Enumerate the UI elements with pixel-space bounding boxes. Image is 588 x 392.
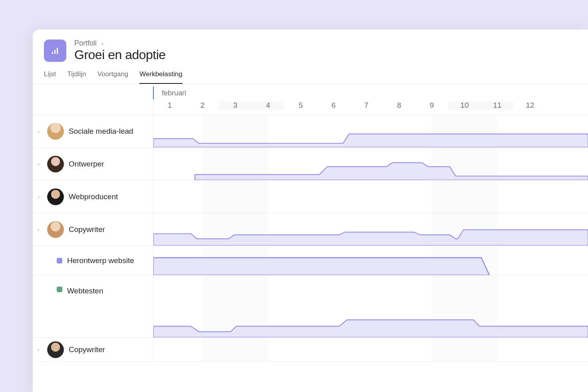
day-header: 1: [153, 101, 186, 110]
workload-chart: [153, 148, 588, 180]
tab-list[interactable]: Lijst: [44, 70, 56, 84]
expand-chevron-icon[interactable]: ›: [38, 194, 42, 200]
workload-row-person[interactable]: › Webproducent: [33, 180, 588, 213]
workload-chart: [153, 275, 588, 337]
person-label: Ontwerper: [69, 160, 104, 168]
view-tabs: Lijst Tijdlijn Voortgang Werkbelasting: [33, 65, 588, 84]
person-label: Copywriter: [69, 225, 105, 234]
project-label: Webtesten: [67, 287, 103, 295]
day-header: 8: [383, 101, 415, 110]
day-header: 5: [284, 101, 317, 110]
project-color-dot: [57, 258, 62, 263]
day-header: 11: [481, 101, 514, 110]
workload-chart: [153, 246, 588, 275]
timeline-month: februari: [153, 87, 588, 99]
workload-chart: [153, 213, 588, 245]
page-header: Portfoli › Groei en adoptie: [33, 30, 588, 62]
tab-workload[interactable]: Werkbelasting: [139, 70, 182, 84]
tab-progress[interactable]: Voortgang: [97, 70, 129, 84]
workload-chart: [153, 338, 588, 361]
avatar: [47, 221, 64, 238]
person-label: Webproducent: [69, 192, 118, 201]
workload-row-project[interactable]: Webtesten: [33, 275, 588, 338]
day-header: 10: [448, 101, 481, 110]
workload-rows: › Sociale media-lead › Ontw: [33, 115, 588, 362]
day-header: 2: [186, 101, 219, 110]
workload-row-project[interactable]: Herontwerp website: [33, 246, 588, 275]
app-window: Portfoli › Groei en adoptie Lijst Tijdli…: [33, 30, 588, 392]
expand-chevron-icon[interactable]: ›: [38, 161, 42, 167]
svg-rect-2: [57, 48, 58, 54]
day-header: 6: [317, 101, 350, 110]
portfolio-folder-icon: [44, 40, 66, 62]
workload-row-person[interactable]: › Sociale media-lead: [33, 115, 588, 148]
workload-row-person[interactable]: › Copywriter: [33, 338, 588, 362]
day-header: 12: [514, 101, 546, 110]
person-label: Sociale media-lead: [69, 127, 133, 136]
avatar: [47, 123, 64, 140]
day-header: 9: [415, 101, 448, 110]
avatar: [47, 156, 64, 172]
expand-chevron-icon[interactable]: ›: [38, 226, 42, 233]
day-header: 3: [219, 101, 252, 110]
project-color-dot: [57, 287, 62, 292]
svg-rect-0: [52, 52, 53, 54]
svg-rect-1: [54, 50, 56, 54]
chevron-right-icon: ›: [101, 40, 103, 47]
breadcrumb[interactable]: Portfoli ›: [74, 39, 166, 48]
workload-chart: [153, 180, 588, 213]
avatar: [47, 341, 64, 358]
tab-timeline[interactable]: Tijdlijn: [67, 70, 86, 84]
day-header: 4: [252, 101, 284, 110]
page-title: Groei en adoptie: [74, 48, 166, 62]
expand-chevron-icon[interactable]: ›: [38, 346, 42, 353]
project-label: Herontwerp website: [67, 256, 134, 265]
workload-row-person[interactable]: › Ontwerper: [33, 148, 588, 180]
person-label: Copywriter: [69, 345, 105, 354]
day-header: 7: [350, 101, 383, 110]
avatar: [47, 188, 64, 205]
breadcrumb-parent: Portfoli: [74, 39, 97, 48]
workload-row-person[interactable]: › Copywriter: [33, 213, 588, 246]
timeline-days: 1 2 3 4 5 6 7 8 9 10 11 12: [153, 101, 588, 115]
workload-chart: [153, 115, 588, 147]
timeline-header: februari 1 2 3 4 5 6 7 8 9 10 11 12: [33, 84, 588, 115]
expand-chevron-icon[interactable]: ›: [38, 128, 42, 135]
